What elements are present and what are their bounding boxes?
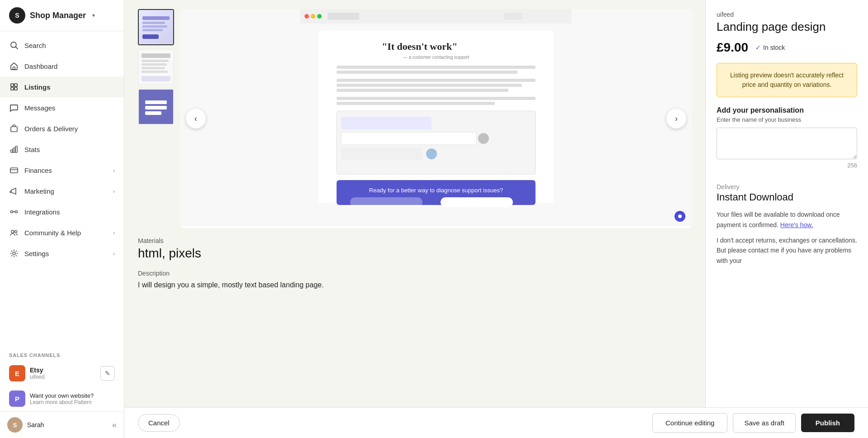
svg-rect-3 bbox=[11, 84, 14, 86]
sales-channels-section: SALES CHANNELS E Etsy uifeed ✎ P Want yo… bbox=[0, 345, 124, 411]
svg-point-54 bbox=[426, 148, 437, 159]
marketing-icon bbox=[9, 186, 19, 196]
search-icon bbox=[9, 40, 19, 50]
heres-how-link[interactable]: Here's how. bbox=[780, 221, 813, 229]
svg-rect-7 bbox=[11, 127, 17, 132]
svg-point-13 bbox=[11, 211, 13, 213]
sidebar-item-orders[interactable]: Orders & Delivery bbox=[0, 118, 124, 139]
content-area: "It doesn't work" — a customer contactin… bbox=[124, 0, 868, 407]
materials-label: Materials bbox=[138, 237, 692, 244]
svg-rect-5 bbox=[11, 87, 14, 90]
sidebar-item-marketing[interactable]: Marketing › bbox=[0, 181, 124, 201]
sidebar-item-integrations-label: Integrations bbox=[24, 208, 60, 216]
continue-editing-button[interactable]: Continue editing bbox=[652, 413, 727, 433]
image-indicator bbox=[675, 211, 685, 222]
sidebar-item-messages[interactable]: Messages bbox=[0, 97, 124, 118]
thumbnail-1[interactable] bbox=[138, 9, 174, 45]
finances-icon bbox=[9, 165, 19, 175]
pattern-sub: Learn more about Pattern bbox=[30, 399, 115, 405]
sidebar-item-finances[interactable]: Finances › bbox=[0, 160, 124, 181]
svg-rect-37 bbox=[328, 13, 359, 20]
sidebar-item-stats-label: Stats bbox=[24, 146, 40, 153]
pattern-avatar: P bbox=[9, 390, 25, 407]
svg-point-34 bbox=[305, 14, 309, 19]
sidebar-item-stats[interactable]: Stats bbox=[0, 139, 124, 160]
svg-rect-45 bbox=[337, 84, 522, 87]
channel-etsy[interactable]: E Etsy uifeed ✎ bbox=[0, 361, 124, 386]
svg-rect-26 bbox=[142, 63, 167, 66]
svg-point-52 bbox=[478, 133, 489, 144]
etsy-name: Etsy bbox=[30, 367, 96, 374]
svg-rect-44 bbox=[337, 79, 536, 82]
svg-rect-32 bbox=[145, 111, 161, 115]
community-icon bbox=[9, 228, 19, 238]
svg-rect-2 bbox=[13, 67, 15, 69]
thumbnail-2[interactable] bbox=[138, 49, 174, 85]
svg-rect-20 bbox=[142, 22, 165, 24]
save-as-draft-button[interactable]: Save as draft bbox=[733, 413, 795, 433]
svg-rect-53 bbox=[341, 148, 423, 160]
in-stock-label: In stock bbox=[763, 44, 785, 51]
cancel-button[interactable]: Cancel bbox=[138, 414, 180, 432]
personalisation-input[interactable] bbox=[717, 128, 857, 159]
product-title: Landing page design bbox=[717, 20, 857, 34]
description-text: I will design you a simple, mostly text … bbox=[138, 280, 692, 290]
svg-rect-19 bbox=[142, 16, 170, 20]
personalisation-sub: Enter the name of your business bbox=[717, 116, 857, 123]
sidebar-header[interactable]: S Shop Manager ▾ bbox=[0, 0, 124, 31]
title-caret: ▾ bbox=[92, 12, 95, 19]
sidebar-item-listings-label: Listings bbox=[24, 83, 51, 91]
sidebar-item-integrations[interactable]: Integrations bbox=[0, 201, 124, 222]
delivery-label: Delivery bbox=[717, 183, 857, 190]
svg-rect-48 bbox=[337, 102, 495, 105]
sidebar-item-search[interactable]: Search bbox=[0, 35, 124, 56]
etsy-edit-button[interactable]: ✎ bbox=[100, 366, 115, 381]
shop-manager-title: Shop Manager bbox=[30, 11, 86, 20]
settings-icon bbox=[9, 248, 19, 258]
svg-rect-27 bbox=[142, 67, 165, 69]
svg-point-36 bbox=[317, 14, 322, 19]
svg-point-16 bbox=[11, 230, 14, 233]
thumbnail-list bbox=[138, 9, 174, 228]
settings-chevron: › bbox=[113, 250, 115, 257]
sidebar-item-settings[interactable]: Settings › bbox=[0, 243, 124, 264]
svg-rect-8 bbox=[11, 150, 13, 152]
price-row: £9.00 ✓ In stock bbox=[717, 40, 857, 55]
svg-rect-30 bbox=[145, 100, 167, 104]
returns-text: I don't accept returns, exchanges or can… bbox=[717, 235, 857, 266]
sidebar-item-marketing-label: Marketing bbox=[24, 187, 54, 195]
thumbnail-3[interactable] bbox=[138, 89, 174, 125]
preview-images: "It doesn't work" — a customer contactin… bbox=[138, 9, 692, 228]
sidebar-item-finances-label: Finances bbox=[24, 167, 52, 174]
listings-icon bbox=[9, 82, 19, 92]
svg-point-17 bbox=[15, 231, 17, 233]
marketing-chevron: › bbox=[113, 188, 115, 195]
sidebar-item-dashboard[interactable]: Dashboard bbox=[0, 56, 124, 76]
sidebar-item-dashboard-label: Dashboard bbox=[24, 62, 57, 70]
svg-rect-4 bbox=[14, 84, 17, 86]
collapse-button[interactable]: « bbox=[112, 420, 117, 430]
personalisation-title: Add your personalisation bbox=[717, 106, 857, 114]
delivery-description: Your files will be available to download… bbox=[717, 209, 857, 230]
svg-text:"It doesn't work": "It doesn't work" bbox=[382, 41, 458, 52]
sidebar-item-community[interactable]: Community & Help › bbox=[0, 222, 124, 243]
svg-rect-42 bbox=[337, 66, 536, 69]
publish-button[interactable]: Publish bbox=[801, 414, 854, 432]
sidebar-item-orders-label: Orders & Delivery bbox=[24, 125, 78, 133]
description-label: Description bbox=[138, 270, 692, 277]
svg-rect-11 bbox=[10, 168, 18, 173]
pattern-name: Want your own website? bbox=[30, 392, 115, 399]
materials-value: html, pixels bbox=[138, 246, 692, 261]
sidebar-item-listings[interactable]: Listings bbox=[0, 76, 124, 97]
svg-rect-29 bbox=[142, 76, 170, 81]
prev-image-button[interactable]: ‹ bbox=[186, 109, 206, 129]
sidebar-item-messages-label: Messages bbox=[24, 104, 55, 112]
channel-pattern[interactable]: P Want your own website? Learn more abou… bbox=[0, 386, 124, 411]
next-image-button[interactable]: › bbox=[666, 109, 686, 129]
svg-rect-43 bbox=[337, 71, 518, 74]
orders-icon bbox=[9, 124, 19, 133]
sidebar-nav: Search Dashboard Listings Messages bbox=[0, 31, 124, 345]
sidebar-footer: S Sarah « bbox=[0, 411, 124, 438]
sidebar-item-community-label: Community & Help bbox=[24, 229, 81, 237]
personalisation-section: Add your personalisation Enter the name … bbox=[717, 106, 857, 169]
